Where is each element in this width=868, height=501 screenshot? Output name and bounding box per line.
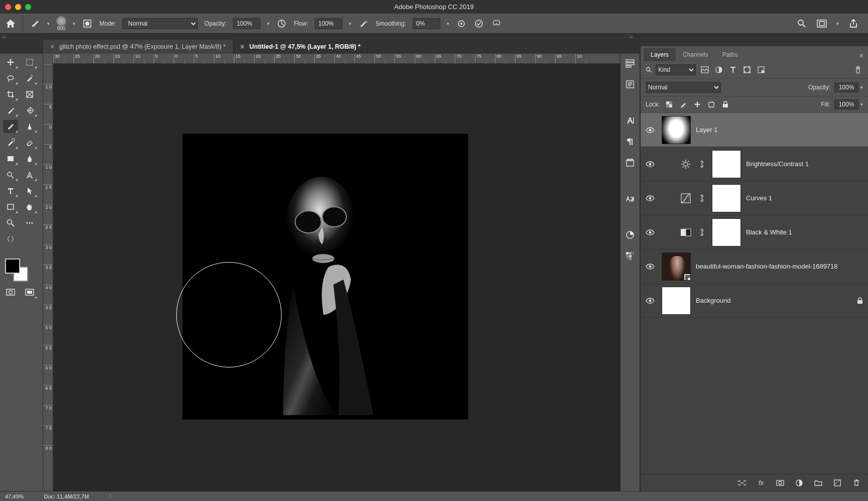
- edit-toolbar-icon[interactable]: [3, 232, 18, 245]
- doc-size[interactable]: Doc: 11,4M/22,7M: [44, 493, 89, 499]
- color-panel-icon[interactable]: [624, 228, 637, 241]
- eraser-tool[interactable]: [22, 136, 37, 149]
- rectangle-tool[interactable]: [3, 200, 18, 213]
- blur-tool[interactable]: [22, 152, 37, 165]
- brush-settings-icon[interactable]: [82, 18, 93, 29]
- opacity-chevron-icon[interactable]: ▾: [267, 21, 270, 26]
- layer-visibility-icon[interactable]: [646, 161, 657, 167]
- layer-thumb[interactable]: [662, 116, 691, 144]
- layer-name[interactable]: Black & White 1: [746, 228, 792, 236]
- blend-mode-select[interactable]: Normal: [122, 18, 198, 29]
- layer-row[interactable]: beautiful-woman-fashion-fashion-model-16…: [641, 249, 868, 284]
- window-close-button[interactable]: [5, 4, 11, 10]
- pen-tool[interactable]: [22, 168, 37, 181]
- airbrush-icon[interactable]: [358, 18, 369, 29]
- foreground-color[interactable]: [5, 259, 20, 274]
- dodge-tool[interactable]: [3, 168, 18, 181]
- layer-row[interactable]: Curves 1: [641, 181, 868, 215]
- layer-mask-thumb[interactable]: [712, 184, 741, 212]
- ruler-origin[interactable]: [43, 54, 53, 64]
- brush-tool-icon[interactable]: [30, 18, 41, 29]
- chevron-down-icon[interactable]: ▾: [860, 102, 863, 107]
- lock-all-icon[interactable]: [720, 99, 730, 109]
- more-tools-icon[interactable]: [22, 216, 37, 229]
- layer-mask-icon[interactable]: [776, 478, 785, 487]
- search-icon[interactable]: [796, 18, 807, 29]
- paragraph-panel-icon[interactable]: [624, 135, 637, 148]
- document-tab-0[interactable]: × glitch photo effect.psd @ 47% (Exposur…: [43, 40, 233, 54]
- layer-name[interactable]: Curves 1: [746, 194, 772, 202]
- layer-row[interactable]: Black & White 1: [641, 215, 868, 249]
- filter-type-icon[interactable]: [728, 65, 738, 75]
- status-chevron-icon[interactable]: 〉: [109, 492, 114, 500]
- right-collapse-icon[interactable]: ‹‹: [622, 34, 640, 40]
- zoom-level[interactable]: 47,49%: [5, 493, 24, 499]
- crop-tool[interactable]: [3, 88, 18, 101]
- filter-toggle-icon[interactable]: [853, 65, 863, 75]
- symmetry-icon[interactable]: [473, 18, 484, 29]
- filter-pixel-icon[interactable]: [700, 65, 710, 75]
- tab-layers[interactable]: Layers: [644, 48, 676, 61]
- quick-select-tool[interactable]: [22, 72, 37, 85]
- clone-stamp-tool[interactable]: [22, 120, 37, 133]
- tab-paths[interactable]: Paths: [715, 48, 745, 61]
- layer-thumb[interactable]: [662, 253, 691, 281]
- delete-layer-icon[interactable]: [852, 478, 861, 487]
- properties-panel-icon[interactable]: [624, 78, 637, 91]
- layer-name[interactable]: Layer 1: [696, 126, 717, 134]
- layer-visibility-icon[interactable]: [646, 127, 657, 133]
- brush-tool[interactable]: [3, 120, 18, 133]
- lock-transparency-icon[interactable]: [664, 99, 674, 109]
- horizontal-ruler[interactable]: 3025201510505101520253035404550556065707…: [53, 54, 620, 64]
- lasso-tool[interactable]: [3, 72, 18, 85]
- smoothing-input[interactable]: [413, 18, 440, 29]
- vertical-ruler[interactable]: 1 05051 01 52 02 53 03 54 04 55 05 56 06…: [43, 64, 53, 491]
- layer-row[interactable]: Background: [641, 284, 868, 318]
- history-panel-icon[interactable]: [624, 57, 637, 70]
- home-icon[interactable]: [5, 18, 16, 29]
- brush-preset-picker[interactable]: 800: [56, 16, 66, 31]
- lock-position-icon[interactable]: [692, 99, 702, 109]
- adjustment-layer-icon[interactable]: [795, 478, 804, 487]
- layer-name[interactable]: Background: [696, 297, 730, 304]
- screen-mode-tool[interactable]: [22, 286, 37, 299]
- character-panel-icon[interactable]: [624, 114, 637, 127]
- eyedropper-tool[interactable]: [3, 104, 18, 117]
- layer-blend-mode-select[interactable]: Normal: [646, 82, 721, 93]
- layer-name[interactable]: beautiful-woman-fashion-fashion-model-16…: [696, 263, 838, 270]
- close-icon[interactable]: ×: [50, 43, 54, 51]
- layer-opacity-input[interactable]: [834, 82, 858, 92]
- frame-chevron-icon[interactable]: ▾: [836, 21, 839, 26]
- layer-link-icon[interactable]: [699, 161, 707, 168]
- layer-visibility-icon[interactable]: [646, 264, 657, 270]
- history-brush-tool[interactable]: [3, 136, 18, 149]
- type-tool[interactable]: [3, 184, 18, 197]
- color-swatches[interactable]: [5, 259, 35, 283]
- layer-fill-input[interactable]: [834, 99, 858, 109]
- swatches-panel-icon[interactable]: [624, 249, 637, 263]
- window-minimize-button[interactable]: [15, 4, 21, 10]
- layer-name[interactable]: Brightness/Contrast 1: [746, 160, 809, 168]
- flow-input[interactable]: [315, 18, 342, 29]
- healing-brush-tool[interactable]: [22, 104, 37, 117]
- share-icon[interactable]: [848, 18, 859, 29]
- layer-visibility-icon[interactable]: [646, 229, 657, 235]
- filter-smart-icon[interactable]: [756, 65, 766, 75]
- left-collapse-icon[interactable]: ‹‹: [0, 34, 43, 40]
- glyphs-panel-icon[interactable]: [624, 192, 637, 205]
- link-layers-icon[interactable]: [737, 478, 747, 487]
- layer-mask-thumb[interactable]: [712, 218, 741, 246]
- smoothing-chevron-icon[interactable]: ▾: [447, 21, 449, 26]
- gradient-tool[interactable]: [3, 152, 18, 165]
- marquee-tool[interactable]: [22, 56, 37, 69]
- lock-artboard-icon[interactable]: [706, 99, 716, 109]
- path-select-tool[interactable]: [22, 184, 37, 197]
- hand-tool[interactable]: [22, 200, 37, 213]
- pressure-opacity-icon[interactable]: [276, 18, 287, 29]
- layer-mask-thumb[interactable]: [712, 150, 741, 178]
- close-icon[interactable]: ×: [240, 43, 244, 51]
- libraries-panel-icon[interactable]: [624, 156, 637, 169]
- tab-channels[interactable]: Channels: [676, 48, 715, 61]
- frame-tool[interactable]: [22, 88, 37, 101]
- layer-link-icon[interactable]: [699, 195, 707, 202]
